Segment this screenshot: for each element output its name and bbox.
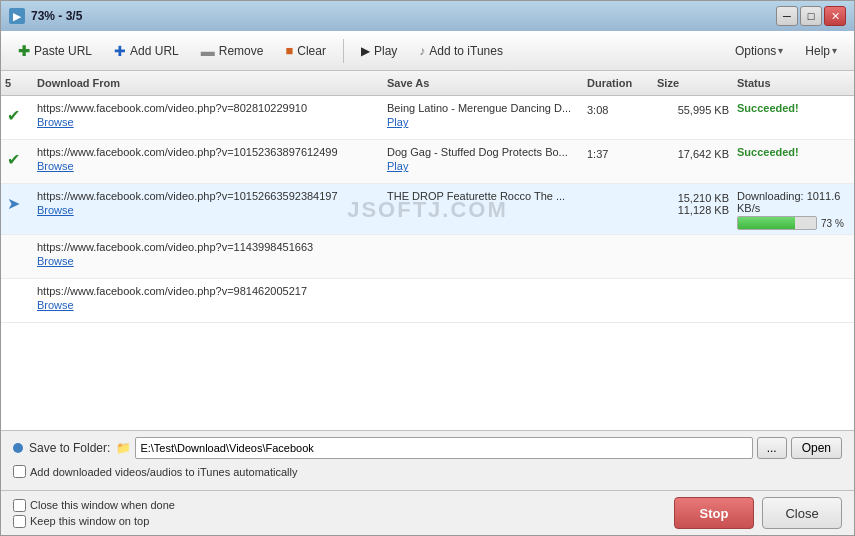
app-icon: ▶ (9, 8, 25, 24)
help-label: Help (805, 44, 830, 58)
arrow-icon: ➤ (7, 194, 20, 213)
maximize-button[interactable]: □ (800, 6, 822, 26)
add-itunes-label: Add to iTunes (429, 44, 503, 58)
itunes-checkbox-label[interactable]: Add downloaded videos/audios to iTunes a… (13, 465, 297, 478)
folder-browse-button[interactable]: ... (757, 437, 787, 459)
play-link[interactable]: Play (387, 160, 579, 172)
row-status (733, 239, 854, 241)
minimize-button[interactable]: ─ (776, 6, 798, 26)
row-status-icon: ✔ (1, 144, 25, 169)
col-download-from: Download From (33, 75, 383, 91)
help-button[interactable]: Help ▾ (796, 39, 846, 63)
keep-on-top-text: Keep this window on top (30, 515, 149, 527)
row-duration (583, 239, 653, 243)
progress-pct: 73 % (821, 218, 844, 229)
close-when-done-text: Close this window when done (30, 499, 175, 511)
url-text: https://www.facebook.com/video.php?v=101… (37, 190, 379, 202)
row-status: Succeeded! (733, 100, 854, 114)
paste-icon: ✚ (18, 43, 30, 59)
row-duration (583, 188, 653, 192)
folder-dot (13, 443, 23, 453)
col-num: 5 (1, 75, 25, 91)
row-saveas-cell: Being Latino - Merengue Dancing D... Pla… (383, 100, 583, 130)
saveas-text: Dog Gag - Stuffed Dog Protects Bo... (387, 146, 577, 158)
keep-on-top-label[interactable]: Keep this window on top (13, 515, 175, 528)
folder-icon: 📁 (116, 441, 131, 455)
keep-on-top-checkbox[interactable] (13, 515, 26, 528)
row-status-icon: ➤ (1, 188, 25, 213)
row-url-cell: https://www.facebook.com/video.php?v=114… (33, 239, 383, 269)
action-bar: Close this window when done Keep this wi… (1, 490, 854, 535)
row-url-cell: https://www.facebook.com/video.php?v=802… (33, 100, 383, 130)
browse-link[interactable]: Browse (37, 299, 379, 311)
row-saveas-cell: THE DROP Featurette Rocco The ... (383, 188, 583, 204)
stop-button[interactable]: Stop (674, 497, 754, 529)
col-size: Size (653, 75, 733, 91)
title-bar: ▶ 73% - 3/5 ─ □ ✕ (1, 1, 854, 31)
close-window-button[interactable]: ✕ (824, 6, 846, 26)
folder-open-button[interactable]: Open (791, 437, 842, 459)
row-status: Succeeded! (733, 144, 854, 158)
downloading-status: Downloading: 1011.6 KB/s 73 % (737, 190, 850, 230)
browse-link[interactable]: Browse (37, 255, 379, 267)
close-when-done-label[interactable]: Close this window when done (13, 499, 175, 512)
add-to-itunes-button[interactable]: ♪ Add to iTunes (410, 39, 512, 63)
row-status-icon (1, 239, 25, 245)
clear-button[interactable]: ■ Clear (276, 38, 335, 63)
row-size (653, 239, 733, 243)
url-text: https://www.facebook.com/video.php?v=981… (37, 285, 379, 297)
title-bar-buttons: ─ □ ✕ (776, 6, 846, 26)
folder-path-container: 📁 ... Open (116, 437, 842, 459)
table-row: https://www.facebook.com/video.php?v=114… (1, 235, 854, 279)
options-label: Options (735, 44, 776, 58)
row-size: 55,995 KB (653, 100, 733, 116)
status-text: Succeeded! (737, 102, 799, 114)
window-title: 73% - 3/5 (31, 9, 82, 23)
status-text: Succeeded! (737, 146, 799, 158)
remove-label: Remove (219, 44, 264, 58)
size-bottom: 11,128 KB (657, 204, 729, 216)
options-button[interactable]: Options ▾ (726, 39, 792, 63)
save-folder-label: Save to Folder: (29, 441, 110, 455)
progress-bar-fill (738, 217, 795, 229)
row-url-cell: https://www.facebook.com/video.php?v=101… (33, 144, 383, 174)
add-url-button[interactable]: ✚ Add URL (105, 38, 188, 64)
col-space (25, 75, 33, 91)
itunes-row: Add downloaded videos/audios to iTunes a… (13, 465, 842, 478)
close-button[interactable]: Close (762, 497, 842, 529)
play-link[interactable]: Play (387, 116, 579, 128)
saveas-text: THE DROP Featurette Rocco The ... (387, 190, 577, 202)
clear-label: Clear (297, 44, 326, 58)
row-size: 17,642 KB (653, 144, 733, 160)
url-text: https://www.facebook.com/video.php?v=114… (37, 241, 379, 253)
url-text: https://www.facebook.com/video.php?v=802… (37, 102, 379, 114)
browse-link[interactable]: Browse (37, 160, 379, 172)
progress-bar-container: 73 % (737, 216, 850, 230)
folder-path-input[interactable] (135, 437, 752, 459)
play-label: Play (374, 44, 397, 58)
remove-button[interactable]: ▬ Remove (192, 38, 273, 64)
paste-url-button[interactable]: ✚ Paste URL (9, 38, 101, 64)
browse-link[interactable]: Browse (37, 116, 379, 128)
title-bar-left: ▶ 73% - 3/5 (9, 8, 82, 24)
row-duration (583, 283, 653, 287)
row-saveas-cell (383, 283, 583, 287)
save-folder-row: Save to Folder: 📁 ... Open (13, 437, 842, 459)
col-status: Status (733, 75, 854, 91)
row-size (653, 283, 733, 287)
row-url-cell: https://www.facebook.com/video.php?v=981… (33, 283, 383, 313)
col-duration: Duration (583, 75, 653, 91)
close-when-done-checkbox[interactable] (13, 499, 26, 512)
browse-link[interactable]: Browse (37, 204, 379, 216)
row-status-icon (1, 283, 25, 289)
options-chevron: ▾ (778, 45, 783, 56)
table-row: https://www.facebook.com/video.php?v=981… (1, 279, 854, 323)
row-status (733, 283, 854, 285)
success-icon: ✔ (7, 106, 20, 125)
play-button[interactable]: ▶ Play (352, 39, 406, 63)
play-icon: ▶ (361, 44, 370, 58)
toolbar-right: Options ▾ Help ▾ (726, 39, 846, 63)
itunes-checkbox[interactable] (13, 465, 26, 478)
table-row: ➤ https://www.facebook.com/video.php?v=1… (1, 184, 854, 235)
table-row: ✔ https://www.facebook.com/video.php?v=1… (1, 140, 854, 184)
